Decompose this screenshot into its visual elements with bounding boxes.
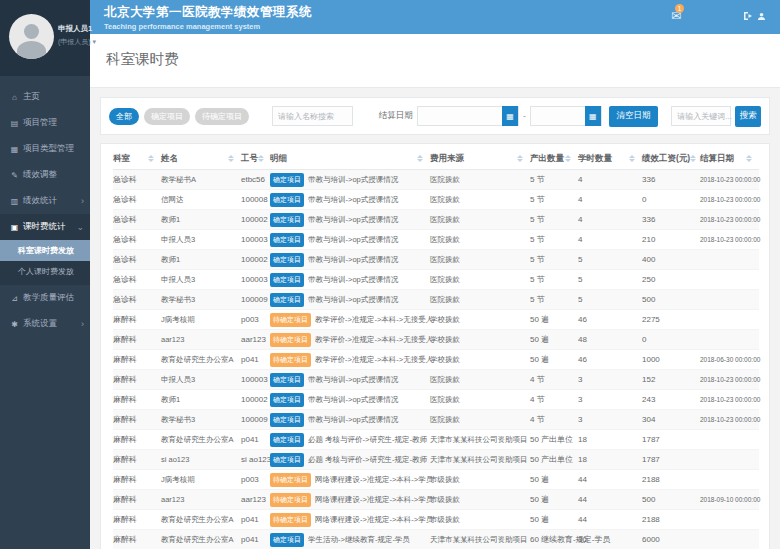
column-header-6[interactable]: 学时数量 xyxy=(578,153,642,165)
cell-code: etbc56 xyxy=(241,175,270,184)
cell-source: 市级拨款 xyxy=(430,515,530,525)
table-row[interactable]: 急诊科申报人员3100003确定项目带教与培训->op式授课情况医院拨款5 节4… xyxy=(113,230,759,250)
sidebar-item-label: 项目管理 xyxy=(23,117,57,129)
sidebar-item-3[interactable]: ✎绩效调整 xyxy=(0,162,90,188)
filter-pill-all[interactable]: 全部 xyxy=(109,108,139,125)
cell-output: 50 遍 xyxy=(530,314,578,325)
column-header-8[interactable]: 结算日期 xyxy=(700,153,759,165)
table-row[interactable]: 麻醉科教育处研究生办公室Ap041确定项目必题 考核与评价->研究生-规定-教师… xyxy=(113,430,759,450)
clear-date-button[interactable]: 清空日期 xyxy=(609,106,659,127)
sidebar-item-4[interactable]: ▥绩效统计› xyxy=(0,188,90,214)
cell-hours: 5 xyxy=(578,295,642,304)
message-icon[interactable]: ✉1 xyxy=(671,9,681,23)
column-header-3[interactable]: 明细 xyxy=(270,153,430,165)
calendar-icon[interactable]: ▦ xyxy=(502,106,518,126)
table-row[interactable]: 急诊科教学秘书Aetbc56确定项目带教与培训->op式授课情况医院拨款5 节4… xyxy=(113,170,759,190)
table-row[interactable]: 急诊科申报人员3100003确定项目带教与培训->op式授课情况医院拨款5 节5… xyxy=(113,270,759,290)
column-header-5[interactable]: 产出数量 xyxy=(530,153,578,165)
sidebar-item-1[interactable]: ▤项目管理 xyxy=(0,110,90,136)
sidebar-item-6[interactable]: ⊿教学质量评估 xyxy=(0,285,90,311)
date-to-input[interactable]: ▦ xyxy=(530,106,602,126)
column-header-4[interactable]: 费用来源 xyxy=(430,153,530,165)
date-from-input[interactable]: ▦ xyxy=(417,106,519,126)
sort-icon[interactable] xyxy=(690,155,696,162)
table-row[interactable]: 麻醉科教育处研究生办公室Ap041确定项目学生活动->继续教育-规定-学员天津市… xyxy=(113,530,759,549)
sort-icon[interactable] xyxy=(258,155,264,162)
search-button[interactable]: 搜索 xyxy=(735,106,761,127)
sidebar-item-5[interactable]: ▣课时费统计⌄ xyxy=(0,214,90,240)
sort-icon[interactable] xyxy=(746,155,752,162)
logout-icon[interactable] xyxy=(743,11,766,21)
status-badge: 确定项目 xyxy=(270,373,304,387)
cell-hours: 3 xyxy=(578,415,642,424)
sort-icon[interactable] xyxy=(629,155,635,162)
column-header-2[interactable]: 工号 xyxy=(241,153,270,165)
table-row[interactable]: 麻醉科si ao123si ao123确定项目必题 考核与评价->研究生-规定-… xyxy=(113,450,759,470)
cell-code: 100008 xyxy=(241,195,270,204)
cell-name: 教师1 xyxy=(161,215,241,225)
submenu-item-1[interactable]: 个人课时费发放 xyxy=(0,261,90,282)
chart-icon: ▥ xyxy=(9,197,20,206)
file-icon: ▤ xyxy=(9,119,20,128)
cell-source: 医院拨款 xyxy=(430,195,530,205)
keyword-input[interactable]: 请输入关键词... xyxy=(671,106,731,126)
cell-output: 5 节 xyxy=(530,254,578,265)
table-header-row: 科室姓名工号明细费用来源产出数量学时数量绩效工资(元)结算日期 xyxy=(113,148,759,170)
cell-hours: 44 xyxy=(578,475,642,484)
user-role[interactable]: (申报人员) ▾ xyxy=(58,36,96,48)
sort-icon[interactable] xyxy=(565,155,571,162)
cell-pay: 2275 xyxy=(642,315,700,324)
calendar-icon[interactable]: ▦ xyxy=(585,106,601,126)
table-row[interactable]: 急诊科教师1100002确定项目带教与培训->op式授课情况医院拨款5 节540… xyxy=(113,250,759,270)
status-badge: 确定项目 xyxy=(270,273,304,287)
sort-icon[interactable] xyxy=(148,155,154,162)
cell-pay: 336 xyxy=(642,215,700,224)
cell-pay: 2188 xyxy=(642,515,700,524)
cell-pay: 6000 xyxy=(642,535,700,544)
cell-output: 5 节 xyxy=(530,274,578,285)
submenu-item-0[interactable]: 科室课时费发放 xyxy=(0,240,90,261)
table-row[interactable]: 麻醉科J病考核期p003待确定项目网络课程建设->准规定->本科->学员市级拨款… xyxy=(113,470,759,490)
sidebar-item-2[interactable]: ▦项目类型管理 xyxy=(0,136,90,162)
column-header-0[interactable]: 科室 xyxy=(113,153,161,165)
table-row[interactable]: 麻醉科教育处研究生办公室Ap041待确定项目网络课程建设->准规定->本科->学… xyxy=(113,510,759,530)
cell-dept: 急诊科 xyxy=(113,294,161,305)
table-row[interactable]: 麻醉科教育处研究生办公室Ap041待确定项目教学评价->准规定->本科->无接受… xyxy=(113,350,759,370)
table-row[interactable]: 麻醉科教师1100002确定项目带教与培训->op式授课情况医院拨款4 节324… xyxy=(113,390,759,410)
name-search-input[interactable]: 请输入名称搜索 xyxy=(272,106,353,126)
status-badge: 确定项目 xyxy=(270,453,304,467)
cell-source: 学校拨款 xyxy=(430,335,530,345)
filter-pill-unconfirmed[interactable]: 待确定项目 xyxy=(195,108,249,125)
cell-dept: 急诊科 xyxy=(113,214,161,225)
cell-hours: 18 xyxy=(578,455,642,464)
cell-name: 教师1 xyxy=(161,395,241,405)
avatar[interactable] xyxy=(9,14,54,59)
table-row[interactable]: 麻醉科aar123aar123待确定项目网络课程建设->准规定->本科->学员市… xyxy=(113,490,759,510)
sort-icon[interactable] xyxy=(228,155,234,162)
status-badge: 待确定项目 xyxy=(270,493,311,507)
cell-detail: 确定项目带教与培训->op式授课情况 xyxy=(270,413,430,427)
cell-source: 市级拨款 xyxy=(430,475,530,485)
table-row[interactable]: 麻醉科申报人员3100003确定项目带教与培训->op式授课情况医院拨款4 节3… xyxy=(113,370,759,390)
table-row[interactable]: 急诊科教学秘书3100009确定项目带教与培训->op式授课情况医院拨款5 节5… xyxy=(113,290,759,310)
cell-source: 医院拨款 xyxy=(430,415,530,425)
column-header-1[interactable]: 姓名 xyxy=(161,153,241,165)
cell-output: 5 节 xyxy=(530,194,578,205)
table-row[interactable]: 麻醉科J病考核期p003待确定项目教学评价->准规定->本科->无接受人学校拨款… xyxy=(113,310,759,330)
table-row[interactable]: 急诊科信网达100008确定项目带教与培训->op式授课情况医院拨款5 节402… xyxy=(113,190,759,210)
sort-icon[interactable] xyxy=(417,155,423,162)
table-row[interactable]: 麻醉科教学秘书3100009确定项目带教与培训->op式授课情况医院拨款4 节3… xyxy=(113,410,759,430)
sidebar-item-7[interactable]: ✱系统设置› xyxy=(0,311,90,337)
cell-source: 学校拨款 xyxy=(430,315,530,325)
filter-pill-confirmed[interactable]: 确定项目 xyxy=(144,108,190,125)
table-row[interactable]: 麻醉科aar123aar123待确定项目教学评价->准规定->本科->无接受人学… xyxy=(113,330,759,350)
sidebar-item-0[interactable]: ⌂主页 xyxy=(0,84,90,110)
table-row[interactable]: 急诊科教师1100002确定项目带教与培训->op式授课情况医院拨款5 节433… xyxy=(113,210,759,230)
cell-pay: 1000 xyxy=(642,355,700,364)
sort-icon[interactable] xyxy=(517,155,523,162)
cell-date: 2018-10-23 00:00:00 xyxy=(700,416,760,423)
column-header-7[interactable]: 绩效工资(元) xyxy=(642,153,700,165)
cell-output: 4 节 xyxy=(530,414,578,425)
cell-detail: 确定项目带教与培训->op式授课情况 xyxy=(270,233,430,247)
status-badge: 待确定项目 xyxy=(270,473,311,487)
